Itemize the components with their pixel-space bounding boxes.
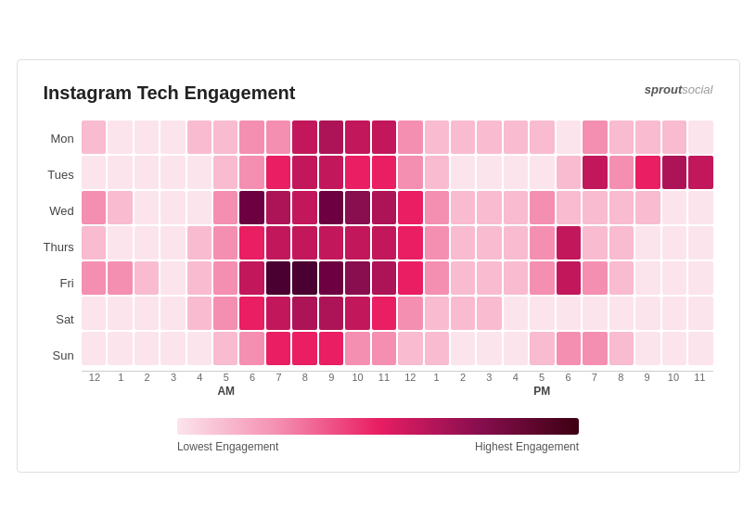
cell: [345, 332, 369, 365]
cell: [372, 261, 396, 295]
cell: [688, 226, 712, 260]
cell: [160, 156, 185, 189]
cell: [319, 120, 343, 154]
cell: [319, 191, 343, 224]
cell: [635, 332, 660, 365]
cell: [292, 156, 316, 189]
x-number: 5: [529, 372, 555, 383]
cell: [635, 191, 660, 224]
cell: [477, 297, 501, 330]
cell: [398, 297, 422, 330]
cell: [108, 332, 132, 365]
cell: [688, 332, 712, 365]
cell: [213, 332, 237, 365]
x-number: 8: [292, 372, 318, 383]
x-number: 12: [397, 372, 423, 383]
cell: [583, 297, 607, 330]
cell: [609, 332, 634, 365]
cell: [292, 261, 316, 295]
y-axis-labels: MonTuesWedThursFriSatSun: [44, 120, 74, 401]
cell: [425, 332, 449, 365]
cell: [477, 120, 501, 154]
cell: [108, 297, 132, 330]
cell: [108, 120, 132, 154]
cell: [319, 332, 343, 365]
cell: [239, 191, 263, 224]
cell: [688, 156, 712, 189]
cell: [160, 261, 185, 295]
cell: [688, 191, 712, 224]
x-number: 1: [423, 372, 449, 383]
cell: [662, 120, 686, 154]
cell: [239, 226, 263, 260]
cell: [504, 120, 528, 154]
cell: [688, 261, 712, 295]
y-label-tues: Tues: [44, 158, 74, 192]
cell: [398, 191, 422, 224]
cell: [662, 332, 686, 365]
cell: [372, 297, 396, 330]
cell: [82, 297, 106, 330]
cell: [609, 261, 634, 295]
cell: [425, 297, 449, 330]
y-label-sun: Sun: [44, 339, 74, 373]
cell: [266, 120, 290, 154]
cell: [425, 120, 449, 154]
chart-title: Instagram Tech Engagement: [44, 82, 296, 104]
y-label-fri: Fri: [44, 267, 74, 300]
chart-area: MonTuesWedThursFriSatSun 121234567891011…: [44, 120, 713, 401]
cell: [398, 120, 422, 154]
cell: [135, 332, 159, 365]
cell: [398, 261, 422, 295]
cell: [451, 332, 475, 365]
cell: [319, 261, 343, 295]
cell: [345, 297, 369, 330]
cell: [187, 120, 211, 154]
cell: [372, 156, 396, 189]
cell: [688, 120, 712, 154]
cell: [662, 297, 686, 330]
cell: [239, 156, 263, 189]
x-number: 10: [660, 372, 686, 383]
cell: [557, 332, 581, 365]
x-number: 2: [134, 372, 160, 383]
cell: [635, 156, 660, 189]
grid-container: 121234567891011121234567891011 AM PM: [82, 120, 713, 401]
cell: [319, 297, 343, 330]
x-numbers: 121234567891011121234567891011: [82, 372, 713, 383]
brand-sprout: sprout: [645, 82, 682, 96]
cell: [135, 156, 159, 189]
cell: [662, 191, 686, 224]
cell: [108, 191, 132, 224]
cell: [504, 156, 528, 189]
cell: [583, 332, 607, 365]
cell: [82, 120, 106, 154]
y-label-sat: Sat: [44, 303, 74, 336]
cell: [662, 226, 686, 260]
x-number: 12: [82, 372, 108, 383]
x-number: 7: [582, 372, 608, 383]
cell: [135, 226, 159, 260]
x-number: 8: [608, 372, 634, 383]
cell: [557, 156, 581, 189]
y-label-mon: Mon: [44, 122, 74, 156]
cell: [583, 120, 607, 154]
cell: [530, 191, 554, 224]
cell: [635, 120, 660, 154]
cell: [477, 226, 501, 260]
cell: [425, 226, 449, 260]
cell: [609, 297, 634, 330]
cell: [213, 120, 237, 154]
cell: [635, 261, 660, 295]
cell: [451, 120, 475, 154]
x-number: 10: [344, 372, 370, 383]
cell: [213, 261, 237, 295]
x-number: 4: [186, 372, 212, 383]
legend-bar: [177, 418, 579, 435]
cell: [398, 332, 422, 365]
cell: [345, 226, 369, 260]
cell: [82, 332, 106, 365]
card: Instagram Tech Engagement sproutsocial M…: [17, 59, 740, 473]
cell: [160, 120, 185, 154]
cell: [662, 261, 686, 295]
